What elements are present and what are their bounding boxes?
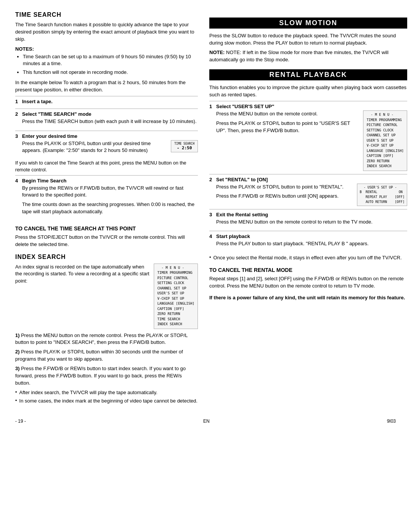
index-search-menu-box: - M E N U - TIMER PROGRAMMING PICTURE CO… (154, 264, 198, 329)
cancel-rental-title: TO CANCEL THE RENTAL MODE (209, 267, 407, 273)
time-display-line1: TIME SEARCH (174, 142, 194, 145)
slow-motion-note-label: NOTE: (209, 50, 225, 55)
step-2-body: Press the TIME SEARCH button (with each … (22, 118, 198, 125)
step-4-number: 4 (15, 178, 19, 184)
rental-step-1-content: Select "USER'S SET UP" Press the MENU bu… (216, 104, 407, 171)
note-item-2: This function will not operate in record… (23, 69, 198, 76)
rental-step-1-number: 1 (209, 104, 213, 109)
rental-playback-intro: This function enables you to improve the… (209, 84, 407, 99)
step-1-content: Insert a tape. (22, 99, 198, 105)
rental-step-1-text: Press the MENU button on the remote cont… (216, 110, 360, 137)
rental-step-2: 2 Set "RENTAL" to [ON] Press the PLAY/K … (209, 174, 407, 208)
power-note: If there is a power failure of any kind,… (209, 294, 407, 302)
cancel-rental-section: TO CANCEL THE RENTAL MODE Repeat steps [… (209, 267, 407, 290)
index-bullet-1-text: After index search, the TV/VCR will play… (19, 389, 198, 396)
index-search-steps: 1) Press the MENU button on the remote c… (15, 332, 198, 387)
index-bullet-1: • After index search, the TV/VCR will pl… (15, 389, 198, 396)
step-2: 2 Select "TIME SEARCH" mode Press the TI… (15, 109, 198, 130)
rental-step-4-body: Press the PLAY button to start playback.… (216, 240, 407, 248)
rental-step-2-body2: Press the F.FWD/B or REW/s button until … (216, 193, 354, 200)
cancel-rental-body: Repeat steps [1] and [2], select [OFF] u… (209, 275, 407, 290)
step-1: 1 Insert a tape. (15, 96, 198, 108)
step-3-content: Enter your desired time Press the PLAY/K… (22, 133, 198, 157)
rental-step-4-number: 4 (209, 233, 213, 239)
rental-step-3-label: Exit the Rental setting (216, 212, 407, 217)
slow-motion-note: NOTE: NOTE: If left in the Slow mode for… (209, 49, 407, 64)
index-search-intro: An index signal is recorded on the tape … (15, 264, 150, 285)
rental-step-4: 4 Start playback Press the PLAY button t… (209, 231, 407, 252)
rental-step-1-with-image: Press the MENU button on the remote cont… (216, 110, 407, 171)
step-4-body2: The time counts down as the searching pr… (22, 201, 198, 216)
rental-step-2-text: Press the PLAY/K or STOP/L button to poi… (216, 184, 354, 203)
step-3-with-image: Press the PLAY/K or STOP/L button until … (22, 140, 198, 157)
index-search-text: An index signal is recorded on the tape … (15, 264, 150, 288)
index-step-2-number: 2) (15, 349, 20, 355)
step-3-number: 3 (15, 133, 19, 139)
rental-step-3: 3 Exit the Rental setting Press the MENU… (209, 209, 407, 230)
cancel-time-search-title: TO CANCEL THE TIME SEARCH at this point (15, 225, 198, 232)
rental-step-2-label: Set "RENTAL" to [ON] (216, 177, 407, 182)
index-bullets: • After index search, the TV/VCR will pl… (15, 389, 198, 405)
rental-step-3-content: Exit the Rental setting Press the MENU b… (216, 212, 407, 228)
index-bullet-2: • In some cases, the index mark at the b… (15, 398, 198, 405)
rental-step-2-menu: - USER'S SET UP - B RENTAL ON REPEAT PLA… (357, 184, 407, 206)
step-4-content: Begin Time Search By pressing the REW/s … (22, 178, 198, 218)
index-step-2-body: Press the PLAY/K or STOP/L button within… (15, 349, 183, 362)
rental-step-4-content: Start playback Press the PLAY button to … (216, 233, 407, 250)
step-3-cancel-note: If you wish to cancel the Time Search at… (15, 160, 198, 173)
time-search-title: TIME SEARCH (15, 11, 198, 18)
right-column: SLOW MOTION Press the SLOW button to red… (209, 11, 407, 407)
slow-motion-body1: Press the SLOW button to reduce the play… (209, 32, 407, 47)
rental-step-4-label: Start playback (216, 233, 407, 239)
notes-list: Time Search can be set up to a maximum o… (15, 53, 198, 77)
rental-playback-title: RENTAL PLAYBACK (209, 69, 407, 80)
rental-step-2-content: Set "RENTAL" to [ON] Press the PLAY/K or… (216, 177, 407, 206)
time-search-display: TIME SEARCH - 2:50 (171, 140, 198, 152)
footer-code: 9I03 (387, 419, 396, 424)
page-footer: - 19 - EN 9I03 (15, 419, 396, 424)
index-step-3-number: 3) (15, 366, 20, 371)
step-2-content: Select "TIME SEARCH" mode Press the TIME… (22, 111, 198, 128)
rental-step-1: 1 Select "USER'S SET UP" Press the MENU … (209, 101, 407, 173)
footer-page-number: - 19 - (15, 419, 26, 424)
index-step-3-body: Press the F.FWD/B or REW/s button to sta… (15, 366, 186, 386)
slow-motion-title: SLOW MOTION (209, 18, 407, 29)
index-search-content: An index signal is recorded on the tape … (15, 264, 198, 329)
rental-step-1-label: Select "USER'S SET UP" (216, 104, 407, 109)
step-4-label: Begin Time Search (22, 178, 198, 184)
index-search-section: INDEX SEARCH An index signal is recorded… (15, 254, 198, 405)
rental-step-1-body: Press the MENU button on the remote cont… (216, 110, 360, 118)
note-item-1: Time Search can be set up to a maximum o… (23, 53, 198, 68)
time-search-intro: The Time Search function makes it possib… (15, 21, 198, 43)
step-2-number: 2 (15, 111, 19, 117)
step-1-number: 1 (15, 99, 19, 104)
power-note-text: If there is a power failure of any kind,… (209, 295, 405, 300)
index-search-title: INDEX SEARCH (15, 254, 198, 260)
rental-step-1-body2: Press the PLAY/K or STOP/L button to poi… (216, 120, 360, 134)
rental-step-3-body: Press the MENU button on the remote cont… (216, 219, 407, 226)
time-display-line2: - 2:50 (174, 145, 194, 150)
rental-step-1-menu: - M E N U - TIMER PROGRAMMING PICTURE CO… (363, 110, 407, 171)
rental-step-2-body1: Press the PLAY/K or STOP/L button to poi… (216, 184, 354, 191)
step-4: 4 Begin Time Search By pressing the REW/… (15, 175, 198, 220)
slow-motion-note-text: NOTE: If left in the Slow mode for more … (209, 50, 389, 62)
index-step-1: 1) Press the MENU button on the remote c… (15, 332, 198, 347)
step-2-label: Select "TIME SEARCH" mode (22, 111, 198, 117)
step-1-label: Insert a tape. (22, 99, 198, 104)
cancel-time-search-body: Press the STOP/EJECT button on the TV/VC… (15, 234, 198, 248)
index-step-3: 3) Press the F.FWD/B or REW/s button to … (15, 365, 198, 387)
power-note-body: If there is a power failure of any kind,… (209, 294, 407, 302)
rental-bullets: • Once you select the Rental mode, it st… (209, 254, 407, 262)
index-bullet-2-text: In some cases, the index mark at the beg… (19, 398, 198, 405)
step-3-label: Enter your desired time (22, 133, 198, 139)
rental-step-2-number: 2 (209, 177, 213, 182)
slow-motion-section: SLOW MOTION Press the SLOW button to red… (209, 18, 407, 63)
step-3: 3 Enter your desired time Press the PLAY… (15, 131, 198, 159)
step-4-body1: By pressing the REW/s or F.FWD/B button,… (22, 185, 198, 199)
index-step-1-number: 1) (15, 332, 20, 338)
rental-step-2-with-image: Press the PLAY/K or STOP/L button to poi… (216, 184, 407, 206)
rental-playback-section: RENTAL PLAYBACK This function enables yo… (209, 69, 407, 262)
notes-label: NOTES: (15, 46, 198, 52)
step-3-body: Press the PLAY/K or STOP/L button until … (22, 140, 168, 155)
cancel-time-search: TO CANCEL THE TIME SEARCH at this point … (15, 225, 198, 248)
